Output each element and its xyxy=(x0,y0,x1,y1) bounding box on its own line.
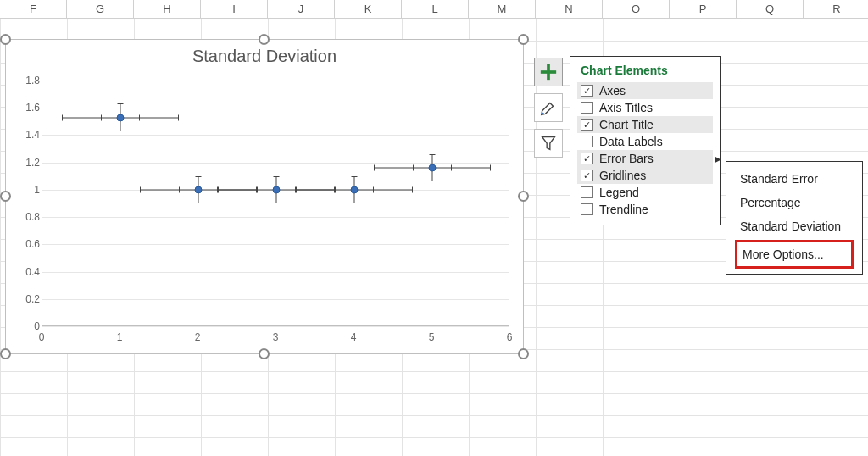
chart-element-label: Axis Titles xyxy=(599,101,653,114)
data-point[interactable] xyxy=(351,186,359,193)
resize-handle-ne[interactable] xyxy=(518,34,529,45)
resize-handle-sw[interactable] xyxy=(0,348,11,359)
y-tick-label: 0 xyxy=(14,320,40,332)
plot-area[interactable] xyxy=(42,81,509,326)
y-tick-label: 1.2 xyxy=(14,157,40,169)
column-header-I[interactable]: I xyxy=(201,0,268,18)
plot-wrap: 00.20.40.60.811.21.41.61.80123456 xyxy=(14,81,513,325)
chart-element-label: Chart Title xyxy=(599,118,654,131)
gridline xyxy=(42,299,509,300)
y-tick-label: 0.6 xyxy=(14,238,40,250)
column-header-L[interactable]: L xyxy=(402,0,469,18)
y-tick-label: 0.2 xyxy=(14,293,40,305)
filter-icon xyxy=(539,134,558,153)
chart-element-item-trendline[interactable]: Trendline xyxy=(577,201,713,218)
flyout-title: Chart Elements xyxy=(581,64,709,77)
x-tick-label: 4 xyxy=(351,331,357,343)
data-point[interactable] xyxy=(429,164,437,172)
column-header-P[interactable]: P xyxy=(670,0,737,18)
resize-handle-se[interactable] xyxy=(518,348,529,359)
x-tick-label: 0 xyxy=(39,331,45,343)
error-bar-option-standard-deviation[interactable]: Standard Deviation xyxy=(735,214,854,238)
checkbox[interactable]: ✓ xyxy=(581,153,593,164)
chart-element-label: Error Bars xyxy=(599,152,654,165)
checkbox[interactable] xyxy=(581,203,593,215)
gridline xyxy=(42,272,509,273)
chart-elements-flyout: Chart Elements ✓AxesAxis Titles✓Chart Ti… xyxy=(570,56,721,225)
chart-element-label: Legend xyxy=(599,186,639,199)
chart-filters-button[interactable] xyxy=(534,129,563,158)
chevron-right-icon: ▶ xyxy=(715,154,721,164)
chart-element-item-data-labels[interactable]: Data Labels xyxy=(577,133,713,150)
gridline xyxy=(42,326,509,327)
resize-handle-n[interactable] xyxy=(259,34,270,45)
x-tick-label: 6 xyxy=(507,331,513,343)
chart-element-label: Trendline xyxy=(599,203,648,216)
x-tick-label: 5 xyxy=(429,331,435,343)
column-header-R[interactable]: R xyxy=(804,0,868,18)
checkbox[interactable] xyxy=(581,102,593,114)
y-tick-label: 0.8 xyxy=(14,211,40,223)
column-header-J[interactable]: J xyxy=(268,0,335,18)
chart-element-label: Gridlines xyxy=(599,169,646,182)
x-tick-label: 3 xyxy=(273,331,279,343)
gridline xyxy=(42,217,509,218)
chart-element-item-gridlines[interactable]: ✓Gridlines xyxy=(577,167,713,184)
checkbox[interactable]: ✓ xyxy=(581,85,593,97)
resize-handle-s[interactable] xyxy=(259,348,270,359)
plus-icon xyxy=(539,63,558,81)
gridline xyxy=(42,135,509,136)
column-header-O[interactable]: O xyxy=(603,0,670,18)
svg-rect-1 xyxy=(541,70,556,74)
y-tick-label: 1.6 xyxy=(14,102,40,114)
column-header-N[interactable]: N xyxy=(536,0,603,18)
data-point[interactable] xyxy=(117,114,125,121)
column-header-Q[interactable]: Q xyxy=(737,0,804,18)
error-bars-subflyout: Standard ErrorPercentageStandard Deviati… xyxy=(726,161,863,275)
column-header-M[interactable]: M xyxy=(469,0,536,18)
y-tick-label: 1.8 xyxy=(14,75,40,86)
resize-handle-e[interactable] xyxy=(518,191,529,202)
chart-element-item-legend[interactable]: Legend xyxy=(577,184,713,201)
error-bar-option-percentage[interactable]: Percentage xyxy=(735,191,854,214)
data-point[interactable] xyxy=(273,186,281,193)
chart-element-item-axes[interactable]: ✓Axes xyxy=(577,82,713,99)
column-header-G[interactable]: G xyxy=(67,0,134,18)
chart-element-item-error-bars[interactable]: ✓Error Bars▶ xyxy=(577,150,713,167)
column-header-F[interactable]: F xyxy=(0,0,67,18)
gridline xyxy=(42,163,509,164)
error-bar-option-standard-error[interactable]: Standard Error xyxy=(735,167,854,191)
chart-element-label: Axes xyxy=(599,84,626,97)
y-tick-label: 1.4 xyxy=(14,129,40,141)
gridline xyxy=(42,244,509,245)
y-tick-label: 0.4 xyxy=(14,266,40,278)
checkbox[interactable]: ✓ xyxy=(581,170,593,181)
checkbox[interactable] xyxy=(581,136,593,147)
chart-object[interactable]: Standard Deviation 00.20.40.60.811.21.41… xyxy=(5,39,524,354)
chart-element-label: Data Labels xyxy=(599,135,663,148)
gridline xyxy=(42,81,509,81)
resize-handle-w[interactable] xyxy=(0,191,11,202)
column-header-H[interactable]: H xyxy=(134,0,201,18)
y-tick-label: 1 xyxy=(14,184,40,196)
x-tick-label: 2 xyxy=(195,331,201,343)
chart-elements-button[interactable] xyxy=(534,58,563,86)
data-point[interactable] xyxy=(195,186,203,193)
spreadsheet-viewport: FGHIJKLMNOPQR Standard Deviation 00.20.4… xyxy=(0,0,868,456)
error-bar-option-more-options-[interactable]: More Options... xyxy=(735,240,854,269)
checkbox[interactable] xyxy=(581,186,593,198)
chart-styles-button[interactable] xyxy=(534,93,563,122)
x-tick-label: 1 xyxy=(117,331,123,343)
column-headers: FGHIJKLMNOPQR xyxy=(0,0,868,19)
gridline xyxy=(42,108,509,108)
brush-icon xyxy=(539,98,558,117)
checkbox[interactable]: ✓ xyxy=(581,119,593,131)
chart-element-item-chart-title[interactable]: ✓Chart Title xyxy=(577,116,713,133)
chart-element-item-axis-titles[interactable]: Axis Titles xyxy=(577,99,713,116)
column-header-K[interactable]: K xyxy=(335,0,402,18)
resize-handle-nw[interactable] xyxy=(0,34,11,45)
